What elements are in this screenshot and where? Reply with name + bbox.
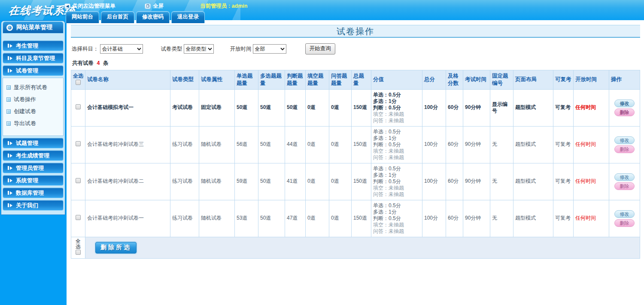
submenu-item[interactable]: 试卷操作 bbox=[6, 94, 61, 106]
score-detail-cell: 单选：0.5分多选：1分判断：0.5分填空：未抽题问答：未抽题 bbox=[371, 200, 422, 237]
subject-label: 选择科目： bbox=[72, 45, 99, 53]
nav-tab[interactable]: 修改密码 bbox=[136, 11, 170, 23]
total-score-cell: 100分 bbox=[422, 163, 446, 200]
row-checkbox[interactable] bbox=[76, 215, 81, 220]
main-content: 试卷操作 选择科目： 会计基础 试卷类型 全部类型 开放时间 全部 开始查询 共… bbox=[71, 25, 640, 259]
delete-button[interactable]: 删除 bbox=[614, 109, 635, 116]
column-header: 及格分数 bbox=[446, 70, 463, 90]
question-count-cell: 50道 bbox=[258, 163, 285, 200]
row-checkbox-cell bbox=[71, 126, 85, 163]
layout-cell: 题型模式 bbox=[513, 200, 553, 237]
exam-name-cell: 会计基础模拟考试一 bbox=[85, 89, 170, 126]
sidebar-panel: 网站菜单管理 考生管理科目及章节管理试卷管理显示所有试卷试卷操作创建试卷导出试卷… bbox=[1, 21, 65, 215]
question-count-cell: 150道 bbox=[352, 89, 371, 126]
nav-tab[interactable]: 后台首页 bbox=[101, 11, 134, 23]
row-checkbox-cell bbox=[71, 200, 85, 237]
question-count-cell: 0道 bbox=[329, 89, 352, 126]
layout-cell: 题型模式 bbox=[513, 89, 553, 126]
select-all-header-label: 全选 bbox=[72, 72, 84, 80]
sidebar-submenu: 显示所有试卷试卷操作创建试卷导出试卷 bbox=[3, 78, 64, 136]
close-menu-link[interactable]: ◀ 关闭左边管理菜单 bbox=[64, 3, 115, 10]
sidebar-header-label: 网站菜单管理 bbox=[16, 24, 52, 31]
nav-tab[interactable]: 网站前台 bbox=[66, 11, 99, 23]
delete-button[interactable]: 删除 bbox=[614, 145, 635, 153]
submenu-item[interactable]: 导出试卷 bbox=[6, 118, 61, 130]
filter-bar: 选择科目： 会计基础 试卷类型 全部类型 开放时间 全部 开始查询 bbox=[72, 43, 640, 54]
close-menu-label: 关闭左边管理菜单 bbox=[73, 3, 115, 10]
score-detail-cell: 单选：0.5分多选：1分判断：0.5分填空：未抽题问答：未抽题 bbox=[371, 163, 422, 200]
question-count-cell: 50道 bbox=[235, 89, 258, 126]
header-select-all-checkbox[interactable] bbox=[76, 80, 81, 85]
search-button[interactable]: 开始查询 bbox=[305, 43, 335, 54]
delete-button[interactable]: 删除 bbox=[614, 182, 635, 190]
play-arrow-icon bbox=[8, 69, 12, 72]
layout-cell: 题型模式 bbox=[513, 163, 553, 200]
row-checkbox[interactable] bbox=[76, 141, 81, 146]
exam-attr-cell: 随机试卷 bbox=[199, 126, 235, 163]
exam-type-cell: 考试试卷 bbox=[170, 89, 199, 126]
collapse-left-icon: ◀ bbox=[64, 3, 70, 9]
submenu-item[interactable]: 显示所有试卷 bbox=[6, 82, 61, 94]
sidebar-item[interactable]: 试题管理 bbox=[3, 138, 64, 148]
sidebar-item[interactable]: 关于我们 bbox=[3, 200, 64, 211]
row-checkbox[interactable] bbox=[76, 178, 81, 183]
count-suffix: 条 bbox=[103, 60, 109, 66]
nav-tab[interactable]: 退出登录 bbox=[171, 11, 205, 23]
modify-button[interactable]: 修改 bbox=[614, 100, 635, 107]
modify-button[interactable]: 修改 bbox=[614, 210, 635, 218]
column-header: 开放时间 bbox=[574, 70, 609, 90]
total-score-cell: 100分 bbox=[422, 200, 446, 237]
table-body: 会计基础模拟考试一考试试卷固定试卷50道50道50道0道0道150道单选：0.5… bbox=[71, 89, 640, 237]
sidebar-item[interactable]: 系统管理 bbox=[3, 175, 64, 186]
sidebar-item[interactable]: 科目及章节管理 bbox=[3, 53, 64, 63]
layout-cell: 题型模式 bbox=[513, 126, 553, 163]
question-count-cell: 50道 bbox=[258, 126, 285, 163]
submenu-item[interactable]: 创建试卷 bbox=[6, 106, 61, 118]
time-label: 开放时间 bbox=[230, 45, 252, 53]
exam-type-cell: 练习试卷 bbox=[170, 126, 199, 163]
play-arrow-icon bbox=[8, 166, 12, 170]
sidebar-item[interactable]: 数据库管理 bbox=[3, 187, 64, 198]
footer-select-all-checkbox[interactable] bbox=[76, 250, 81, 255]
row-checkbox-cell bbox=[71, 89, 85, 126]
sidebar-item-label: 考生管理 bbox=[16, 42, 38, 50]
page-title: 试卷操作 bbox=[71, 25, 640, 38]
sidebar-menu: 考生管理科目及章节管理试卷管理显示所有试卷试卷操作创建试卷导出试卷试题管理考生成… bbox=[2, 40, 64, 211]
score-line: 判断：0.5分 bbox=[373, 105, 420, 111]
exam-attr-cell: 固定试卷 bbox=[199, 89, 235, 126]
exam-type-cell: 练习试卷 bbox=[170, 200, 199, 237]
question-count-cell: 41道 bbox=[285, 163, 306, 200]
sidebar-item[interactable]: 考生成绩管理 bbox=[3, 150, 64, 161]
open-time-cell: 任何时间 bbox=[574, 163, 609, 200]
count-number: 4 bbox=[95, 60, 101, 66]
delete-selected-button[interactable]: 删除所选 bbox=[95, 242, 137, 254]
fixed-number-cell: 无 bbox=[490, 126, 513, 163]
type-select[interactable]: 全部类型 bbox=[184, 44, 214, 54]
subject-select[interactable]: 会计基础 bbox=[100, 44, 143, 54]
sidebar-item-label: 科目及章节管理 bbox=[16, 54, 55, 62]
score-detail-cell: 单选：0.5分多选：1分判断：0.5分填空：未抽题问答：未抽题 bbox=[371, 89, 422, 126]
modify-button[interactable]: 修改 bbox=[614, 136, 635, 144]
submenu-item-label: 显示所有试卷 bbox=[14, 84, 47, 91]
modify-button[interactable]: 修改 bbox=[614, 173, 635, 181]
actions-cell: 修改删除 bbox=[609, 200, 640, 237]
question-count-cell: 50道 bbox=[258, 89, 285, 126]
row-checkbox[interactable] bbox=[76, 104, 81, 109]
sidebar-item[interactable]: 考生管理 bbox=[3, 40, 64, 51]
score-detail-cell: 单选：0.5分多选：1分判断：0.5分填空：未抽题问答：未抽题 bbox=[371, 126, 422, 163]
table-row: 会计基础考前冲刺试卷一练习试卷随机试卷53道50道47道0道0道150道单选：0… bbox=[71, 200, 640, 237]
time-select[interactable]: 全部 bbox=[253, 44, 286, 54]
open-time-cell: 任何时间 bbox=[574, 200, 609, 237]
retake-cell: 可复考 bbox=[553, 89, 574, 126]
sidebar-item[interactable]: 试卷管理 bbox=[3, 65, 64, 76]
sidebar-item[interactable]: 管理员管理 bbox=[3, 163, 64, 173]
fullscreen-link[interactable]: ❐ 全屏 bbox=[145, 3, 164, 10]
delete-button[interactable]: 删除 bbox=[614, 219, 635, 227]
actions-cell: 修改删除 bbox=[609, 89, 640, 126]
footer-actions-cell: 删除所选 bbox=[85, 237, 640, 258]
submenu-item-label: 创建试卷 bbox=[14, 108, 36, 115]
play-arrow-icon bbox=[8, 203, 12, 207]
pass-score-cell: 60分 bbox=[446, 200, 463, 237]
question-count-cell: 0道 bbox=[306, 163, 329, 200]
pass-score-cell: 60分 bbox=[446, 163, 463, 200]
